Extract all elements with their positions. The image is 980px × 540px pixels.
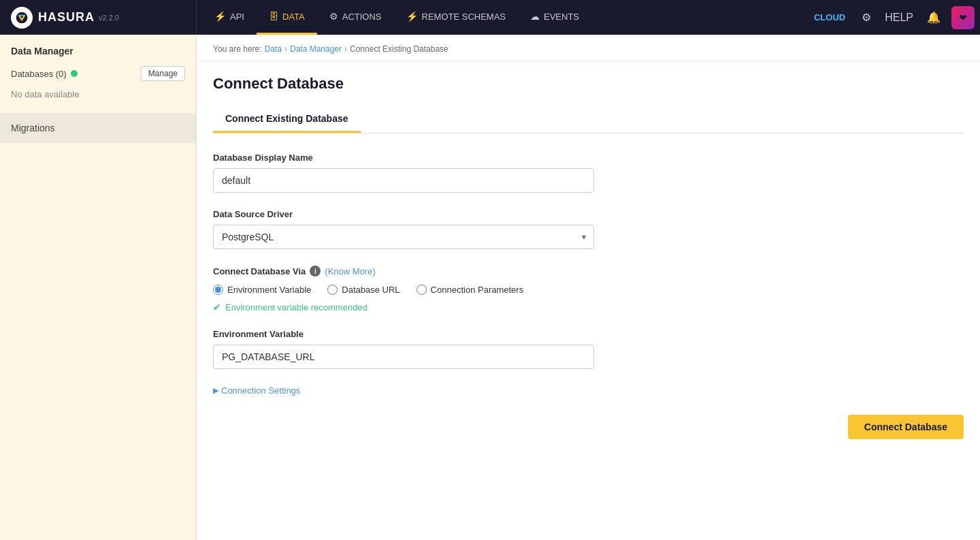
connect-database-button[interactable]: Connect Database [848,415,964,439]
data-icon: 🗄 [269,11,278,22]
check-circle-icon: ✔ [213,302,221,313]
radio-env-var-label: Environment Variable [227,285,311,295]
breadcrumb-current: Connect Existing Database [350,44,448,54]
logo-text: HASURA [38,10,95,25]
radio-env-var-input[interactable] [213,285,223,295]
breadcrumb: You are here: Data › Data Manager › Conn… [197,35,980,61]
api-icon: ⚡ [214,11,226,22]
nav-items: ⚡ API 🗄 DATA ⚙ ACTIONS ⚡ REMOTE SCHEMAS … [197,0,806,35]
breadcrumb-sep-1: › [284,44,287,54]
radio-db-url[interactable]: Database URL [327,285,399,295]
no-data-label: No data available [0,86,196,110]
env-variable-group: Environment Variable [213,329,964,369]
db-display-name-label: Database Display Name [213,153,964,163]
radio-conn-params-label: Connection Parameters [431,285,524,295]
settings-button[interactable]: ⚙ [856,5,877,29]
radio-conn-params-input[interactable] [416,285,427,295]
logo-area: HASURA v2.2.0 [0,0,197,35]
sidebar: Data Manager Databases (0) Manage No dat… [0,35,197,540]
manage-button[interactable]: Manage [141,66,185,81]
nav-events[interactable]: ☁ EVENTS [518,0,591,35]
radio-db-url-input[interactable] [327,285,338,295]
tabs: Connect Existing Database [213,106,964,133]
radio-env-var[interactable]: Environment Variable [213,285,311,295]
connect-via-group: Connect Database Via i (Know More) Envir… [213,266,964,313]
nav-events-label: EVENTS [544,12,579,22]
migrations-label: Migrations [11,123,55,133]
topnav: HASURA v2.2.0 ⚡ API 🗄 DATA ⚙ ACTIONS ⚡ R… [0,0,980,35]
connection-settings-toggle[interactable]: ▶ Connection Settings [213,385,964,396]
hasura-logo-icon [11,7,33,29]
radio-db-url-label: Database URL [342,285,399,295]
svg-point-0 [16,12,28,23]
sidebar-title: Data Manager [0,46,196,63]
tab-connect-existing[interactable]: Connect Existing Database [213,106,361,133]
databases-label-text: Databases (0) [11,69,67,79]
breadcrumb-data[interactable]: Data [265,44,282,54]
connection-settings-label: Connection Settings [221,385,300,396]
nav-api-label: API [230,12,244,22]
content-area: Connect Database Connect Existing Databa… [197,61,980,466]
remote-schemas-icon: ⚡ [406,11,418,22]
help-label: HELP [885,12,913,23]
breadcrumb-you-are-here: You are here: [213,44,262,54]
sidebar-databases-row: Databases (0) Manage [0,63,196,86]
nav-actions-label: ACTIONS [342,12,382,22]
radio-group: Environment Variable Database URL Connec… [213,285,964,295]
nav-api[interactable]: ⚡ API [202,0,257,35]
sidebar-databases-label: Databases (0) [11,69,78,79]
green-status-dot [71,70,78,77]
notifications-button[interactable]: 🔔 [921,5,946,29]
env-recommended-notice: ✔ Environment variable recommended [213,302,964,313]
nav-data[interactable]: 🗄 DATA [257,0,317,35]
layout: Data Manager Databases (0) Manage No dat… [0,35,980,540]
nav-remote-schemas[interactable]: ⚡ REMOTE SCHEMAS [394,0,519,35]
help-button[interactable]: HELP [879,6,919,29]
data-source-driver-wrapper: PostgreSQL MySQL MSSQL BigQuery Citus ▾ [213,225,594,249]
data-source-driver-group: Data Source Driver PostgreSQL MySQL MSSQ… [213,209,964,249]
nav-right: CLOUD ⚙ HELP 🔔 ❤ [806,5,980,29]
breadcrumb-data-manager[interactable]: Data Manager [290,44,342,54]
main-content: You are here: Data › Data Manager › Conn… [197,35,980,540]
heart-button[interactable]: ❤ [951,6,975,29]
db-display-name-input[interactable] [213,168,594,193]
radio-conn-params[interactable]: Connection Parameters [416,285,524,295]
nav-data-label: DATA [282,12,305,22]
actions-icon: ⚙ [329,11,338,22]
env-recommended-text: Environment variable recommended [225,302,368,313]
env-variable-input[interactable] [213,345,594,369]
know-more-link[interactable]: (Know More) [325,266,375,276]
sidebar-item-migrations[interactable]: Migrations [0,113,196,143]
data-source-driver-label: Data Source Driver [213,209,964,219]
logo-version: v2.2.0 [99,14,119,22]
info-icon[interactable]: i [310,266,321,276]
chevron-right-icon: ▶ [213,386,218,395]
data-source-driver-select[interactable]: PostgreSQL MySQL MSSQL BigQuery Citus [213,225,594,249]
nav-remote-schemas-label: REMOTE SCHEMAS [422,12,506,22]
breadcrumb-sep-2: › [344,44,347,54]
nav-actions[interactable]: ⚙ ACTIONS [317,0,394,35]
cloud-link[interactable]: CLOUD [806,12,853,22]
connect-via-row: Connect Database Via i (Know More) [213,266,964,276]
connect-via-label: Connect Database Via [213,266,306,276]
db-display-name-group: Database Display Name [213,153,964,193]
page-title: Connect Database [213,75,964,93]
env-variable-label: Environment Variable [213,329,964,339]
events-icon: ☁ [530,11,540,22]
